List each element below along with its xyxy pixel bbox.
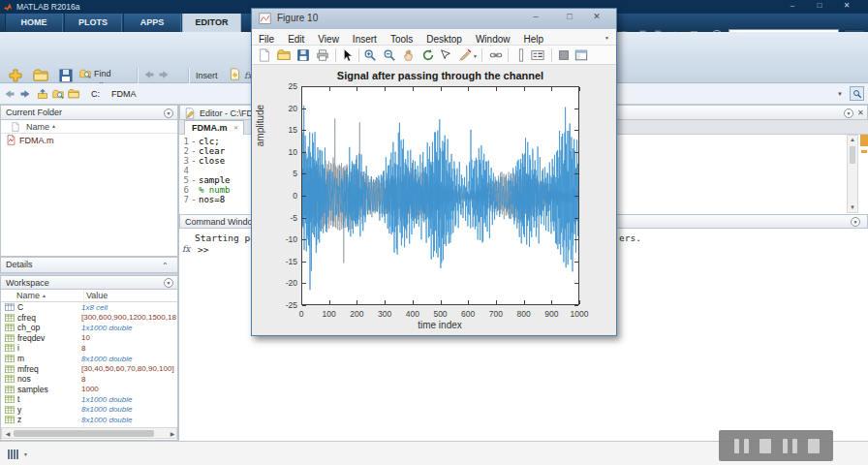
variable-name: z [17, 415, 81, 424]
tick-mark [524, 87, 525, 91]
app-minimize-button[interactable]: – [785, 1, 800, 10]
scroll-right-icon[interactable]: ▶ [169, 430, 176, 437]
menu-overflow-icon[interactable]: ▼ [604, 35, 609, 41]
editor-tab[interactable]: FDMA.m ✕ [184, 120, 244, 135]
ribbon-tab-plots[interactable]: PLOTS [64, 14, 122, 32]
file-list-item[interactable]: FDMA.m [1, 134, 177, 146]
breakpoint-dash[interactable]: - [189, 195, 199, 204]
address-search-button[interactable] [850, 86, 864, 101]
ribbon-tab-editor[interactable]: EDITOR [182, 14, 241, 32]
scroll-up-icon[interactable]: ▲ [849, 137, 856, 142]
x-tick-label: 500 [426, 309, 455, 319]
scroll-thumb[interactable] [14, 430, 154, 437]
workspace-header[interactable]: Workspace ▼ [0, 275, 178, 290]
figure-maximize-button[interactable]: □ [560, 12, 579, 26]
breakpoint-dash[interactable]: - [189, 146, 199, 156]
workspace-hscrollbar[interactable]: ◀ ▶ [1, 427, 177, 439]
app-close-button[interactable]: ✕ [839, 1, 854, 10]
workspace-row[interactable]: ch_op1x1000 double [2, 323, 177, 333]
brush-caret-icon[interactable]: ▼ [473, 53, 478, 59]
breadcrumb-drive[interactable]: C: [91, 89, 100, 99]
figure-minimize-button[interactable]: – [526, 12, 545, 26]
zoom-out-icon[interactable] [383, 48, 396, 62]
close-tab-icon[interactable]: ✕ [233, 124, 238, 131]
tick-mark [301, 87, 302, 91]
workspace-name-column[interactable]: Name [16, 291, 40, 300]
workspace-row[interactable]: samples1000 [2, 384, 177, 394]
insert-button[interactable]: Insert fx [192, 68, 250, 82]
collapse-chevron-icon[interactable]: ⌃ [162, 260, 169, 273]
workspace-row[interactable]: cfreq[300,600,900,1200,1500,18 [2, 313, 177, 324]
print-figure-icon[interactable] [316, 48, 329, 62]
workspace-row[interactable]: i8 [2, 343, 177, 354]
code-analyzer-marker[interactable] [861, 150, 867, 153]
breakpoint-dash[interactable]: - [189, 175, 199, 185]
close-panel-icon[interactable]: ✕ [857, 107, 864, 120]
workspace-row[interactable]: nos8 [2, 374, 177, 385]
brush-icon[interactable] [458, 48, 472, 62]
workspace-row[interactable]: mfreq[30,40,50,60,70,80,90,100] [2, 363, 177, 374]
tick-mark [574, 239, 578, 240]
hide-plot-tools-icon[interactable] [557, 48, 571, 62]
link-plot-icon[interactable] [489, 48, 503, 62]
zoom-in-icon[interactable] [363, 48, 377, 62]
breadcrumb-folder[interactable]: FDMA [111, 89, 137, 99]
scroll-left-icon[interactable]: ◀ [4, 430, 12, 437]
open-file-icon[interactable] [277, 48, 291, 62]
show-plot-tools-icon[interactable] [574, 48, 588, 62]
up-one-level-icon[interactable] [37, 88, 48, 100]
workspace-column-header[interactable]: Name ▲ Value [1, 290, 177, 302]
figure-close-button[interactable]: ✕ [587, 12, 606, 26]
editor-vscrollbar[interactable]: ▲ ▼ [847, 135, 858, 213]
app-maximize-button[interactable]: □ [812, 1, 827, 10]
figure-titlebar[interactable]: Figure 10 – □ ✕ [252, 9, 616, 29]
breakpoint-dash[interactable]: - [189, 156, 199, 166]
breakpoint-dash[interactable]: - [189, 137, 199, 146]
browse-folder-icon[interactable] [52, 88, 64, 100]
panel-menu-icon[interactable]: ▼ [851, 217, 860, 227]
insert-icon [229, 68, 241, 80]
pointer-icon[interactable] [340, 48, 354, 62]
scroll-thumb[interactable] [850, 146, 855, 164]
panel-menu-icon[interactable]: ▼ [164, 278, 173, 288]
details-title: Details [1, 260, 33, 269]
toolbar-divider [481, 48, 482, 62]
back-icon[interactable] [4, 88, 16, 100]
breakpoint-dash[interactable] [189, 166, 199, 175]
ribbon-tab-apps[interactable]: APPS [123, 14, 181, 32]
save-figure-icon[interactable] [296, 48, 310, 62]
rotate-3d-icon[interactable] [421, 48, 435, 62]
code-analyzer-indicator[interactable] [860, 135, 868, 146]
back-navigate-icon[interactable] [143, 69, 155, 80]
panel-menu-icon[interactable]: ▼ [844, 108, 853, 118]
workspace-row[interactable]: C1x8 cell [2, 302, 177, 313]
workspace-row[interactable]: freqdev10 [2, 333, 177, 344]
current-folder-header[interactable]: Current Folder ▼ [0, 105, 178, 120]
current-folder-name-column[interactable]: Name ▲ [1, 120, 177, 134]
y-tick-label: -10 [274, 234, 297, 244]
status-toolbar-icon[interactable] [8, 450, 21, 459]
data-cursor-icon[interactable] [439, 48, 452, 62]
pan-icon[interactable] [402, 48, 416, 62]
forward-icon[interactable] [19, 88, 31, 100]
workspace-row[interactable]: z8x1000 double [2, 415, 177, 425]
workspace-row[interactable]: m8x1000 double [2, 354, 177, 364]
scroll-down-icon[interactable]: ▼ [849, 204, 856, 210]
figure-window[interactable]: Figure 10 – □ ✕ ▼ FileEditViewInsertTool… [251, 8, 617, 336]
panel-menu-icon[interactable]: ▼ [164, 108, 173, 118]
workspace-value-column[interactable]: Value [86, 291, 108, 300]
forward-navigate-icon[interactable] [158, 69, 170, 80]
ribbon-tab-home[interactable]: HOME [5, 14, 63, 32]
command-prompt[interactable]: >> [198, 244, 208, 255]
details-header[interactable]: Details ⌃ [0, 257, 178, 273]
y-tick-label: -20 [274, 278, 297, 288]
status-caret-icon[interactable]: ▼ [23, 451, 28, 457]
workspace-row[interactable]: t1x1000 double [2, 394, 177, 405]
current-folder-icon [68, 88, 79, 100]
address-dropdown-icon[interactable]: ▼ [837, 91, 843, 97]
workspace-row[interactable]: y8x1000 double [2, 404, 177, 415]
insert-colorbar-icon[interactable] [514, 48, 528, 62]
breakpoint-dash[interactable] [189, 185, 199, 195]
tick-mark [302, 283, 306, 284]
insert-legend-icon[interactable] [531, 48, 544, 62]
